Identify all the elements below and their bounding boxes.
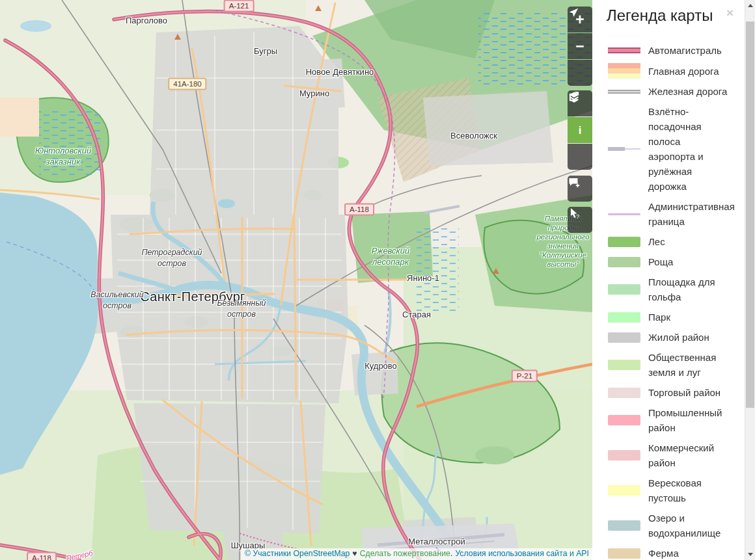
- legend-item: Вересковая пустошь: [608, 475, 728, 505]
- legend-label: Роща: [648, 254, 673, 269]
- map-key-button[interactable]: i: [568, 117, 592, 143]
- legend-item: Общественная земля и луг: [608, 350, 728, 380]
- legend-swatch-area: [608, 237, 640, 247]
- svg-text:?: ?: [576, 213, 579, 220]
- legend-label: Лес: [648, 234, 665, 249]
- legend-swatch-area: [608, 332, 640, 343]
- legend-swatch-area: [608, 520, 640, 531]
- legend-scrollbar[interactable]: [745, 0, 755, 560]
- legend-item: Роща: [608, 254, 728, 269]
- minus-icon: −: [575, 39, 584, 54]
- road-badge: А-118: [344, 204, 374, 216]
- legend-item: Автомагистраль: [608, 43, 728, 58]
- query-features-button[interactable]: ?: [568, 207, 592, 233]
- legend-swatch-main-road: [608, 63, 640, 79]
- close-icon[interactable]: ×: [726, 7, 734, 19]
- locate-button[interactable]: [568, 60, 592, 86]
- legend-item: Промышленный район: [608, 405, 728, 435]
- legend-item: Лес: [608, 234, 728, 249]
- scroll-up-icon: [748, 4, 753, 7]
- legend-swatch-runway: [608, 147, 640, 152]
- legend-item: Торговый район: [608, 385, 728, 400]
- legend-item: Озеро и водохранилище: [608, 511, 728, 540]
- map-graphics: ✈: [0, 0, 592, 560]
- legend-label: Коммерческий район: [648, 440, 728, 470]
- legend-swatch-area: [608, 450, 640, 460]
- legend-panel: Легенда карты × АвтомагистральГлавная до…: [592, 0, 755, 560]
- control-group: [568, 176, 592, 202]
- legend-swatch-admin: [608, 213, 640, 215]
- legend-label: Торговый район: [648, 385, 721, 400]
- control-group: +−: [568, 7, 592, 86]
- legend-label: Вересковая пустошь: [648, 475, 728, 505]
- legend-label: Ферма: [648, 546, 679, 560]
- share-button[interactable]: [568, 144, 592, 170]
- legend-item: Ферма: [608, 546, 728, 560]
- legend-swatch-area: [608, 312, 640, 323]
- legend-label: Площадка для гольфа: [648, 274, 728, 304]
- legend-label: Озеро и водохранилище: [648, 511, 728, 540]
- legend-swatch-area: [608, 388, 640, 398]
- legend-swatch-motorway: [608, 47, 640, 53]
- scroll-up-button[interactable]: [745, 1, 755, 10]
- legend-swatch-area: [608, 360, 640, 370]
- zoom-out-button[interactable]: −: [568, 33, 592, 59]
- info-icon: i: [579, 125, 582, 136]
- scroll-down-icon: [748, 553, 753, 556]
- legend-swatch-area: [608, 485, 640, 496]
- legend-item: Коммерческий район: [608, 440, 728, 470]
- legend-label: Главная дорога: [648, 64, 719, 79]
- legend-item: Взлётно-посадочная полоса аэропорта и ру…: [608, 104, 728, 194]
- legend-swatch-area: [608, 257, 640, 267]
- legend-label: Жилой район: [648, 330, 709, 345]
- legend-label: Взлётно-посадочная полоса аэропорта и ру…: [648, 104, 728, 194]
- road-badge: 41А-180: [168, 78, 206, 90]
- terms-link[interactable]: Условия использования сайта и API: [455, 549, 589, 558]
- control-group: i: [568, 90, 592, 170]
- legend-swatch-area: [608, 284, 640, 295]
- road-badge: А-121: [224, 0, 254, 12]
- legend-swatch-railway: [608, 90, 640, 94]
- legend-swatch-area: [608, 415, 640, 425]
- donate-link[interactable]: Сделать пожертвование: [360, 549, 450, 558]
- road-badge: А-118: [27, 552, 57, 560]
- heart-icon: ♥: [352, 549, 357, 558]
- legend-label: Парк: [648, 310, 670, 325]
- control-group: ?: [568, 207, 592, 233]
- legend-label: Общественная земля и луг: [648, 350, 728, 380]
- scroll-down-button[interactable]: [745, 550, 755, 559]
- legend-label: Промышленный район: [648, 405, 728, 435]
- legend-item: Парк: [608, 310, 728, 325]
- legend-label: Административная граница: [648, 199, 735, 229]
- legend-item: Жилой район: [608, 330, 728, 345]
- osm-contributors-link[interactable]: © Участники OpenStreetMap: [245, 549, 350, 558]
- legend-item: Площадка для гольфа: [608, 274, 728, 304]
- legend-label: Автомагистраль: [648, 43, 722, 58]
- legend-swatch-area: [608, 548, 640, 559]
- road-badge: Р-21: [512, 370, 538, 382]
- add-note-button[interactable]: [568, 176, 592, 202]
- legend-items: АвтомагистральГлавная дорогаЖелезная дор…: [592, 25, 755, 560]
- legend-item: Главная дорога: [608, 63, 728, 79]
- attribution-bar: © Участники OpenStreetMap♥Сделать пожерт…: [241, 548, 592, 560]
- legend-item: Железная дорога: [608, 84, 728, 99]
- legend-item: Административная граница: [608, 199, 728, 229]
- map-canvas[interactable]: ✈: [0, 0, 592, 560]
- osm-app: ✈: [0, 0, 755, 560]
- attribution-separator: .: [450, 549, 452, 558]
- scrollbar-thumb[interactable]: [746, 21, 754, 408]
- legend-label: Железная дорога: [648, 84, 727, 99]
